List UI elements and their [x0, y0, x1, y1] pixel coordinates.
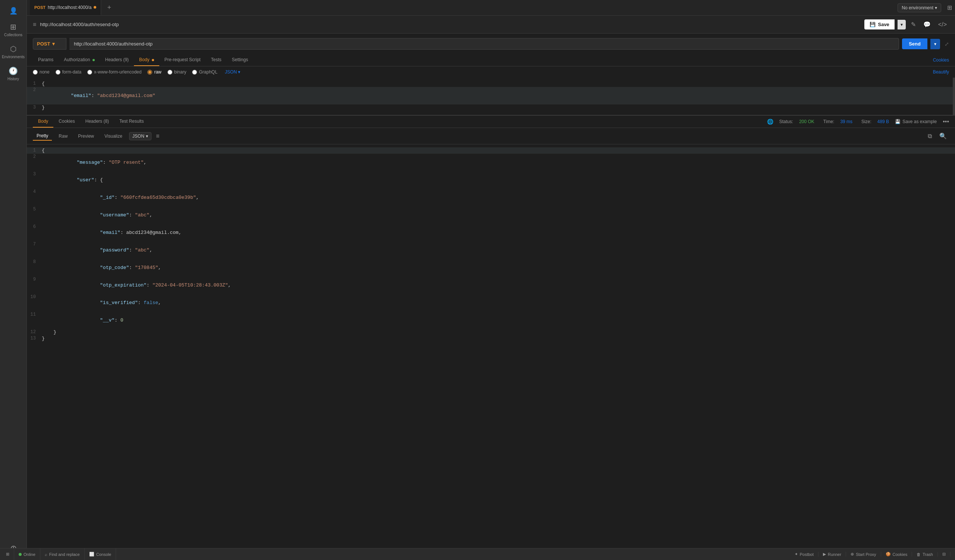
request-cookies-link[interactable]: Cookies [933, 58, 949, 63]
format-tab-raw[interactable]: Raw [55, 132, 71, 140]
trash-label: Trash [922, 552, 933, 557]
tab-body[interactable]: Body [134, 54, 159, 66]
body-type-row: none form-data x-www-form-urlencoded raw… [27, 66, 955, 78]
method-select[interactable]: POST ▾ [33, 38, 66, 50]
response-icons: ⧉ 🔍 [925, 131, 949, 141]
resize-icon[interactable]: ⤢ [944, 41, 949, 47]
tab-bar: POST http://localhost:4000/a + No enviro… [27, 0, 955, 16]
statusbar-postbot[interactable]: ✦ Postbot [790, 552, 819, 557]
tab-authorization[interactable]: Authorization [59, 54, 100, 66]
response-tab-cookies[interactable]: Cookies [53, 116, 80, 128]
body-type-urlencoded[interactable]: x-www-form-urlencoded [87, 69, 141, 75]
url-input[interactable] [69, 38, 899, 50]
body-type-graphql[interactable]: GraphQL [192, 69, 217, 75]
request-tabs-row: Params Authorization Headers (9) Body Pr… [27, 54, 955, 66]
size-value: 489 B [877, 119, 889, 124]
postbot-label: Postbot [800, 552, 814, 557]
send-dropdown-button[interactable]: ▾ [930, 39, 940, 49]
statusbar-find-replace[interactable]: ⌕ Find and replace [40, 548, 85, 560]
json-format-dropdown[interactable]: JSON ▾ [225, 69, 240, 75]
beautify-button[interactable]: Beautify [933, 69, 949, 75]
url-bar: ≡ http://localhost:4000/auth/resend-otp … [27, 16, 955, 34]
collections-icon: ⊞ [10, 22, 16, 31]
response-tab-body[interactable]: Body [33, 116, 53, 128]
tab-settings[interactable]: Settings [227, 54, 253, 66]
tab-params[interactable]: Params [33, 54, 59, 66]
response-section: Body Cookies Headers (8) Test Results 🌐 … [27, 115, 955, 560]
time-value: 39 ms [840, 119, 852, 124]
statusbar-console[interactable]: ⬜ Console [85, 548, 116, 560]
user-icon: 👤 [9, 7, 17, 15]
statusbar-start-proxy[interactable]: ⊕ Start Proxy [846, 552, 881, 557]
format-tab-preview[interactable]: Preview [74, 132, 98, 140]
save-example-button[interactable]: 💾 Save as example [895, 119, 937, 124]
response-tab-test-results[interactable]: Test Results [114, 116, 149, 128]
tab-post-resend-otp[interactable]: POST http://localhost:4000/a [30, 0, 101, 15]
statusbar-runner[interactable]: ▶ Runner [819, 552, 846, 557]
boot-icon: ⊞ [6, 552, 9, 557]
resp-line-1: 1 { [27, 147, 955, 154]
body-type-binary[interactable]: binary [168, 69, 186, 75]
tab-tests[interactable]: Tests [206, 54, 227, 66]
editor-scrollbar[interactable] [953, 78, 955, 115]
resp-line-4: 4 "_id": "660fcfdea65d30cdbca0e39b", [27, 189, 955, 206]
sidebar-item-collections[interactable]: ⊞ Collections [0, 19, 27, 41]
format-dropdown[interactable]: JSON ▾ [129, 132, 152, 140]
filter-button[interactable]: ≡ [156, 133, 159, 139]
response-format-row: Pretty Raw Preview Visualize JSON ▾ ≡ ⧉ … [27, 128, 955, 144]
body-type-raw[interactable]: raw [147, 69, 161, 75]
tab-headers[interactable]: Headers (9) [100, 54, 134, 66]
request-code-line-2: 2 "email": "abcd1234@gmail.com" [27, 87, 955, 105]
postbot-icon: ✦ [795, 552, 798, 557]
resp-line-12: 12 } [27, 329, 955, 335]
tab-pre-request[interactable]: Pre-request Script [159, 54, 206, 66]
tab-add-button[interactable]: + [104, 4, 114, 12]
comment-icon-button[interactable]: 💬 [921, 19, 933, 30]
body-dot [152, 59, 154, 61]
online-label: Online [23, 552, 36, 557]
body-type-form-data[interactable]: form-data [56, 69, 81, 75]
statusbar-boot[interactable]: ⊞ [5, 548, 14, 560]
env-label: No environment [902, 5, 933, 11]
format-tab-pretty[interactable]: Pretty [33, 132, 52, 141]
send-button[interactable]: Send [902, 38, 927, 49]
collections-label: Collections [4, 33, 22, 37]
sidebar-item-user[interactable]: 👤 [0, 3, 27, 19]
statusbar-cookies[interactable]: 🍪 Cookies [881, 552, 913, 557]
sidebar-item-history[interactable]: 🕐 History [0, 63, 27, 85]
env-selector: No environment ▾ ⊞ [897, 3, 952, 12]
statusbar-online[interactable]: Online [14, 548, 40, 560]
more-options-button[interactable]: ••• [943, 118, 949, 125]
runner-icon: ▶ [823, 552, 826, 557]
chevron-down-icon: ▾ [935, 5, 937, 11]
environments-icon: ⬡ [10, 44, 16, 53]
statusbar-layout[interactable]: ⊟ [938, 552, 950, 557]
statusbar-trash[interactable]: 🗑 Trash [912, 552, 938, 557]
env-grid-icon[interactable]: ⊞ [947, 4, 952, 11]
response-tab-headers[interactable]: Headers (8) [80, 116, 114, 128]
save-dropdown-button[interactable]: ▾ [897, 20, 906, 30]
request-code-line-1: 1 { [27, 81, 955, 87]
search-response-button[interactable]: 🔍 [937, 131, 949, 141]
request-url-row: POST ▾ Send ▾ ⤢ [27, 34, 955, 54]
environment-dropdown[interactable]: No environment ▾ [897, 3, 941, 12]
time-label: Time: [823, 119, 834, 124]
response-tabs-row: Body Cookies Headers (8) Test Results 🌐 … [27, 115, 955, 128]
body-type-none[interactable]: none [33, 69, 50, 75]
status-bar-right: ✦ Postbot ▶ Runner ⊕ Start Proxy 🍪 Cooki… [790, 552, 950, 557]
status-label: Status: [779, 119, 793, 124]
resp-line-6: 6 "email": abcd1234@gmail.com, [27, 224, 955, 241]
code-icon-button[interactable]: </> [936, 20, 949, 30]
response-body[interactable]: 1 { 2 "message": "OTP resent", 3 "user":… [27, 144, 955, 560]
method-chevron: ▾ [52, 41, 55, 47]
format-tab-visualize[interactable]: Visualize [101, 132, 126, 140]
proxy-icon: ⊕ [850, 552, 854, 557]
response-code-editor: 1 { 2 "message": "OTP resent", 3 "user":… [27, 144, 955, 345]
authorization-dot [92, 59, 95, 61]
sidebar-item-environments[interactable]: ⬡ Environments [0, 41, 27, 63]
resp-line-7: 7 "password": "abc", [27, 241, 955, 259]
copy-response-button[interactable]: ⧉ [925, 131, 934, 141]
request-body-editor[interactable]: 1 { 2 "email": "abcd1234@gmail.com" 3 } [27, 78, 955, 115]
edit-icon-button[interactable]: ✎ [909, 19, 918, 30]
save-button[interactable]: 💾 Save [864, 19, 894, 30]
